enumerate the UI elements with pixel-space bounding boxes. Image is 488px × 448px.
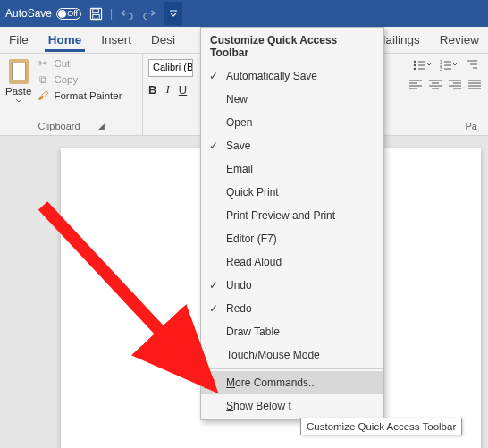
toggle-switch[interactable]: Off [56, 8, 81, 20]
menu-item-label: Undo [226, 279, 252, 292]
align-center-button[interactable] [429, 79, 442, 89]
menu-item-label: Quick Print [226, 186, 279, 199]
menu-item-touch-mouse-mode[interactable]: Touch/Mouse Mode [201, 343, 383, 367]
undo-icon[interactable] [120, 6, 134, 21]
italic-button[interactable]: I [165, 82, 169, 97]
svg-point-6 [414, 64, 416, 67]
dialog-launcher-icon[interactable]: ◢ [98, 122, 105, 131]
menu-item-new[interactable]: New [201, 88, 383, 111]
svg-text:3: 3 [440, 66, 442, 72]
menu-item-label: Touch/Mouse Mode [226, 349, 320, 361]
paste-label: Paste [5, 86, 31, 97]
check-icon: ✓ [201, 302, 226, 315]
format-painter-button[interactable]: 🖌Format Painter [37, 89, 122, 102]
paste-icon [7, 57, 30, 84]
scissors-icon: ✂ [37, 57, 49, 70]
check-icon: ✓ [201, 139, 226, 152]
underline-button[interactable]: U [179, 83, 187, 97]
menu-more-commands[interactable]: More Commands... [201, 371, 383, 394]
menu-item-label: New [226, 93, 248, 106]
tab-design[interactable]: Desi [149, 33, 177, 46]
menu-separator [201, 368, 383, 369]
redo-icon[interactable] [141, 6, 156, 21]
menu-item-label: Email [226, 163, 253, 175]
brush-icon: 🖌 [37, 89, 49, 102]
copy-button[interactable]: ⧉Copy [37, 73, 122, 86]
menu-item-label: Open [226, 116, 252, 129]
title-bar: AutoSave Off | [0, 0, 488, 27]
menu-item-draw-table[interactable]: Draw Table [201, 320, 383, 343]
autosave-toggle[interactable]: AutoSave Off [5, 7, 81, 20]
tab-home[interactable]: Home [46, 33, 84, 46]
menu-item-label: Print Preview and Print [226, 209, 335, 222]
customize-qat-button[interactable] [164, 2, 182, 25]
group-clipboard: Paste ✂Cut ⧉Copy 🖌Format Painter Clipboa… [0, 54, 143, 135]
menu-item-quick-print[interactable]: Quick Print [201, 181, 383, 204]
bullets-button[interactable] [413, 59, 431, 72]
justify-button[interactable] [468, 79, 481, 89]
svg-rect-2 [92, 14, 99, 19]
numbering-button[interactable]: 123 [440, 59, 458, 72]
align-left-button[interactable] [409, 79, 422, 89]
clipboard-group-label: Clipboard [38, 121, 80, 131]
menu-item-label: Save [226, 139, 250, 152]
chevron-down-icon [15, 98, 22, 103]
svg-rect-0 [90, 8, 101, 19]
check-icon: ✓ [201, 279, 226, 292]
menu-item-label: Read Aloud [226, 256, 282, 268]
group-font: Calibri (B B I U [143, 54, 198, 135]
tab-insert[interactable]: Insert [99, 33, 133, 46]
menu-item-label: Draw Table [226, 325, 280, 338]
paste-button[interactable]: Paste [5, 57, 31, 103]
font-name-combo[interactable]: Calibri (B [148, 59, 193, 77]
bold-button[interactable]: B [148, 83, 156, 97]
menu-item-label: Redo [226, 302, 252, 315]
menu-show-below[interactable]: Show Below t [201, 394, 383, 418]
menu-title: Customize Quick Access Toolbar [201, 28, 383, 64]
menu-item-redo[interactable]: ✓Redo [201, 297, 383, 320]
menu-item-email[interactable]: Email [201, 157, 383, 181]
autosave-label: AutoSave [5, 7, 52, 20]
cut-button[interactable]: ✂Cut [37, 57, 122, 70]
tab-review[interactable]: Review [438, 33, 481, 46]
menu-item-undo[interactable]: ✓Undo [201, 274, 383, 297]
menu-item-open[interactable]: Open [201, 111, 383, 134]
svg-rect-1 [92, 8, 98, 12]
menu-item-label: Editor (F7) [226, 232, 277, 245]
menu-item-print-preview-and-print[interactable]: Print Preview and Print [201, 204, 383, 227]
menu-item-save[interactable]: ✓Save [201, 134, 383, 157]
menu-item-label: Automatically Save [226, 70, 317, 82]
tab-file[interactable]: File [7, 33, 30, 46]
svg-point-8 [414, 68, 416, 71]
multilevel-button[interactable] [467, 59, 481, 72]
tooltip: Customize Quick Access Toolbar [300, 418, 462, 435]
save-icon[interactable] [88, 6, 103, 21]
align-right-button[interactable] [449, 79, 461, 89]
menu-item-automatically-save[interactable]: ✓Automatically Save [201, 64, 383, 88]
qat-separator: | [110, 7, 113, 20]
customize-qat-menu: Customize Quick Access Toolbar ✓Automati… [200, 27, 384, 420]
menu-item-editor-f7-[interactable]: Editor (F7) [201, 227, 383, 250]
menu-item-read-aloud[interactable]: Read Aloud [201, 250, 383, 274]
copy-icon: ⧉ [37, 73, 49, 86]
check-icon: ✓ [201, 70, 226, 82]
svg-point-4 [414, 61, 416, 63]
